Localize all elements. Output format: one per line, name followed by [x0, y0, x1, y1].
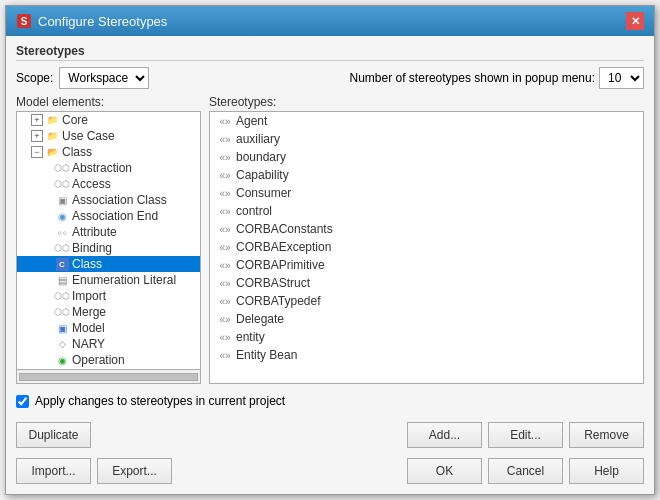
expand-core[interactable]: [31, 114, 43, 126]
stereo-item-corbaconstants[interactable]: «» CORBAConstants: [210, 220, 643, 238]
tree-item-operation[interactable]: ◉ Operation: [17, 352, 200, 368]
ok-button[interactable]: OK: [407, 458, 482, 484]
dialog-title: Configure Stereotypes: [38, 14, 167, 29]
import-export-group: Import... Export...: [16, 458, 172, 484]
folder-icon-core: 📁: [45, 113, 59, 127]
stereo-item-consumer[interactable]: «» Consumer: [210, 184, 643, 202]
edit-button[interactable]: Edit...: [488, 422, 563, 448]
remove-button[interactable]: Remove: [569, 422, 644, 448]
apply-checkbox-label[interactable]: Apply changes to stereotypes in current …: [35, 394, 285, 408]
tree-item-access[interactable]: ⬡⬡ Access: [17, 176, 200, 192]
scope-select[interactable]: Workspace Project Global: [59, 67, 149, 89]
label-import: Import: [72, 289, 106, 303]
tree-item-assoc-end[interactable]: ◉ Association End: [17, 208, 200, 224]
stereo-item-delegate[interactable]: «» Delegate: [210, 310, 643, 328]
stereo-item-auxiliary[interactable]: «» auxiliary: [210, 130, 643, 148]
stereo-icon-delegate: «»: [214, 314, 236, 325]
stereo-label-corbaprimitive: CORBAPrimitive: [236, 258, 325, 272]
stereo-label-agent: Agent: [236, 114, 267, 128]
stereo-label-control: control: [236, 204, 272, 218]
tree-item-abstraction[interactable]: ⬡⬡ Abstraction: [17, 160, 200, 176]
stereotypes-list-label: Stereotypes:: [209, 95, 644, 109]
stereo-label-entity: entity: [236, 330, 265, 344]
popup-count-select[interactable]: 5 10 15 20: [599, 67, 644, 89]
tree-item-model[interactable]: ▣ Model: [17, 320, 200, 336]
tree-item-nary[interactable]: ◇ NARY: [17, 336, 200, 352]
apply-checkbox-row: Apply changes to stereotypes in current …: [16, 390, 644, 412]
tree-item-assoc-class[interactable]: ▣ Association Class: [17, 192, 200, 208]
import-button[interactable]: Import...: [16, 458, 91, 484]
stereo-item-control[interactable]: «» control: [210, 202, 643, 220]
tree-item-import[interactable]: ⬡⬡ Import: [17, 288, 200, 304]
tree-item-class-selected[interactable]: C Class: [17, 256, 200, 272]
stereo-label-corbaexception: CORBAException: [236, 240, 331, 254]
icon-model: ▣: [55, 321, 69, 335]
icon-abstraction: ⬡⬡: [55, 161, 69, 175]
tree-hscrollbar[interactable]: [16, 370, 201, 384]
label-attribute: Attribute: [72, 225, 117, 239]
close-button[interactable]: ✕: [626, 12, 644, 30]
icon-assoc-class: ▣: [55, 193, 69, 207]
configure-stereotypes-dialog: S Configure Stereotypes ✕ Stereotypes Sc…: [5, 5, 655, 495]
stereo-icon-agent: «»: [214, 116, 236, 127]
title-bar: S Configure Stereotypes ✕: [6, 6, 654, 36]
stereo-icon-entity: «»: [214, 332, 236, 343]
label-class-item: Class: [72, 257, 102, 271]
apply-checkbox[interactable]: [16, 395, 29, 408]
stereo-item-boundary[interactable]: «» boundary: [210, 148, 643, 166]
dialog-icon: S: [16, 13, 32, 29]
svg-text:S: S: [21, 16, 28, 27]
icon-import: ⬡⬡: [55, 289, 69, 303]
label-usecase: Use Case: [62, 129, 115, 143]
main-panels: Model elements: 📁 Core 📁 Use Case: [16, 95, 644, 384]
tree-item-merge[interactable]: ⬡⬡ Merge: [17, 304, 200, 320]
dialog-body: Stereotypes Scope: Workspace Project Glo…: [6, 36, 654, 494]
stereotypes-listbox[interactable]: «» Agent «» auxiliary «» boundary «» Cap…: [209, 111, 644, 384]
icon-nary: ◇: [55, 337, 69, 351]
icon-class: C: [55, 257, 69, 271]
help-button[interactable]: Help: [569, 458, 644, 484]
label-operation: Operation: [72, 353, 125, 367]
expand-usecase[interactable]: [31, 130, 43, 142]
stereo-icon-corbastruct: «»: [214, 278, 236, 289]
stereo-item-agent[interactable]: «» Agent: [210, 112, 643, 130]
cancel-button[interactable]: Cancel: [488, 458, 563, 484]
icon-attribute: ⬦⬦: [55, 225, 69, 239]
icon-operation: ◉: [55, 353, 69, 367]
model-elements-tree[interactable]: 📁 Core 📁 Use Case 📂: [16, 111, 201, 370]
tree-item-attribute[interactable]: ⬦⬦ Attribute: [17, 224, 200, 240]
stereo-item-corbastruct[interactable]: «» CORBAStruct: [210, 274, 643, 292]
add-button[interactable]: Add...: [407, 422, 482, 448]
tree-item-core[interactable]: 📁 Core: [17, 112, 200, 128]
tree-item-binding[interactable]: ⬡⬡ Binding: [17, 240, 200, 256]
label-class-folder: Class: [62, 145, 92, 159]
export-button[interactable]: Export...: [97, 458, 172, 484]
stereo-item-entity-bean[interactable]: «» Entity Bean: [210, 346, 643, 364]
stereo-icon-corbaconstants: «»: [214, 224, 236, 235]
duplicate-button[interactable]: Duplicate: [16, 422, 91, 448]
action-buttons-row: Duplicate Add... Edit... Remove: [16, 418, 644, 448]
icon-access: ⬡⬡: [55, 177, 69, 191]
stereo-label-boundary: boundary: [236, 150, 286, 164]
stereo-item-capability[interactable]: «» Capability: [210, 166, 643, 184]
model-elements-panel: Model elements: 📁 Core 📁 Use Case: [16, 95, 201, 384]
icon-binding: ⬡⬡: [55, 241, 69, 255]
label-nary: NARY: [72, 337, 105, 351]
tree-item-class-folder[interactable]: 📂 Class: [17, 144, 200, 160]
stereo-item-corbaypedef[interactable]: «» CORBATypedef: [210, 292, 643, 310]
popup-count-label: Number of stereotypes shown in popup men…: [350, 71, 595, 85]
expand-class[interactable]: [31, 146, 43, 158]
folder-icon-class: 📂: [45, 145, 59, 159]
stereo-item-entity[interactable]: «» entity: [210, 328, 643, 346]
right-action-buttons: Add... Edit... Remove: [407, 422, 644, 448]
label-enum-literal: Enumeration Literal: [72, 273, 176, 287]
tree-item-usecase[interactable]: 📁 Use Case: [17, 128, 200, 144]
stereotypes-section-label: Stereotypes: [16, 44, 644, 61]
tree-item-enum-literal[interactable]: ▤ Enumeration Literal: [17, 272, 200, 288]
stereo-item-corbaexception[interactable]: «» CORBAException: [210, 238, 643, 256]
stereo-label-corbaconstants: CORBAConstants: [236, 222, 333, 236]
scope-left: Scope: Workspace Project Global: [16, 67, 149, 89]
stereo-icon-boundary: «»: [214, 152, 236, 163]
stereo-item-corbaprimitive[interactable]: «» CORBAPrimitive: [210, 256, 643, 274]
stereo-label-auxiliary: auxiliary: [236, 132, 280, 146]
